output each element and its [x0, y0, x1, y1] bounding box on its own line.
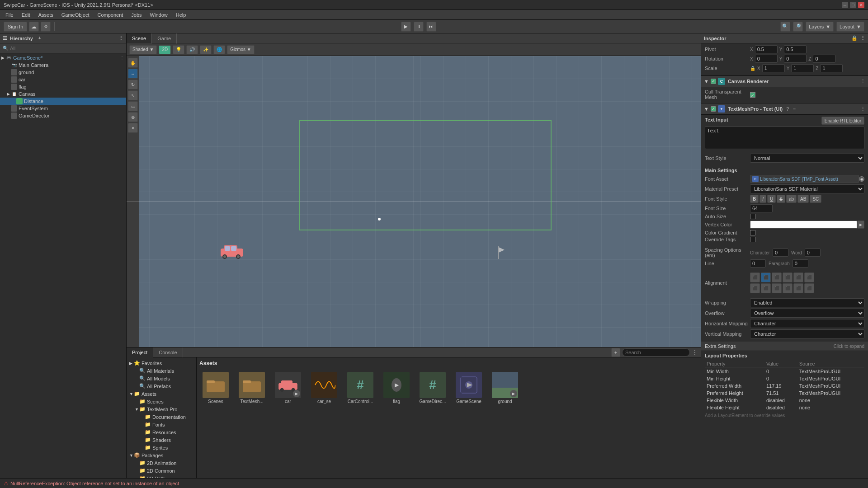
- scale-y-input[interactable]: [791, 64, 814, 72]
- tree-assets[interactable]: ▼ 📁 Assets: [127, 390, 196, 398]
- menu-jobs[interactable]: Jobs: [127, 11, 145, 19]
- tree-resources[interactable]: 📁 Resources: [127, 428, 196, 436]
- menu-component[interactable]: Component: [94, 11, 127, 19]
- asset-ground[interactable]: ▶ ground: [489, 370, 521, 406]
- para-spacing-input[interactable]: [793, 259, 808, 267]
- menu-window[interactable]: Window: [146, 11, 171, 19]
- fs-lower[interactable]: ab: [786, 195, 797, 203]
- tab-project[interactable]: Project: [127, 347, 153, 357]
- extra-settings-header[interactable]: Extra Settings Click to expand: [701, 342, 868, 351]
- hier-dots-gamescene[interactable]: ⋮: [118, 56, 126, 61]
- tool-transform[interactable]: ⊕: [128, 112, 138, 122]
- tree-all-models[interactable]: 🔍 All Models: [127, 375, 196, 382]
- scene-2d-btn[interactable]: 2D: [159, 45, 171, 54]
- align-topbot[interactable]: ⬛: [804, 272, 814, 282]
- tool-rotate[interactable]: ↻: [128, 80, 138, 89]
- hierarchy-dots[interactable]: ⋮: [118, 35, 123, 41]
- hier-item-car[interactable]: car: [0, 76, 126, 83]
- line-spacing-input[interactable]: [750, 259, 766, 267]
- font-size-input[interactable]: [750, 204, 773, 212]
- scale-z-input[interactable]: [820, 64, 843, 72]
- font-asset-field[interactable]: F LiberationSans SDF (TMP_Font Asset): [750, 175, 859, 183]
- asset-carcontrol[interactable]: # CarControl...: [344, 370, 377, 406]
- rotation-z-input[interactable]: [813, 55, 835, 63]
- tree-documentation[interactable]: 📁 Documentation: [127, 413, 196, 421]
- asset-scenes[interactable]: Scenes: [199, 370, 232, 406]
- overflow-dropdown[interactable]: Overflow Ellipsis Masking: [750, 309, 864, 318]
- tmp-opts[interactable]: ≡: [793, 106, 796, 112]
- word-spacing-input[interactable]: [805, 249, 821, 257]
- fs-italic[interactable]: I: [760, 195, 766, 203]
- scene-view[interactable]: ✋ ↔ ↻ ⤡ ▭ ⊕ ✦: [127, 56, 701, 347]
- hier-item-gamedirector[interactable]: GameDirector: [0, 112, 126, 119]
- fs-upper[interactable]: AB: [797, 195, 809, 203]
- tool-rect[interactable]: ▭: [128, 101, 138, 111]
- fs-underline[interactable]: U: [767, 195, 776, 203]
- search-icon[interactable]: 🔎: [793, 22, 803, 32]
- canvas-renderer-enabled[interactable]: ✓: [711, 79, 716, 84]
- color-gradient-checkbox[interactable]: [750, 230, 755, 235]
- align-midleft[interactable]: ⬛: [750, 283, 760, 293]
- enable-rtl-btn[interactable]: Enable RTL Editor: [821, 117, 864, 125]
- layers-dropdown[interactable]: Layers ▼: [806, 22, 834, 32]
- canvas-renderer-header[interactable]: ▼ ✓ C Canvas Renderer ⋮: [701, 76, 868, 87]
- hier-item-eventsystem[interactable]: EventSystem: [0, 105, 126, 112]
- align-topleft[interactable]: ⬛: [750, 272, 760, 282]
- asset-car[interactable]: ▶ car: [272, 370, 304, 406]
- asset-carse[interactable]: car_se: [308, 370, 340, 406]
- cloud-icon[interactable]: ☁: [29, 22, 39, 32]
- align-midright[interactable]: ⬛: [772, 283, 782, 293]
- close-btn[interactable]: ✕: [858, 2, 864, 8]
- hier-item-maincamera[interactable]: 📷 Main Camera: [0, 61, 126, 69]
- menu-assets[interactable]: Assets: [35, 11, 57, 19]
- sign-in-btn[interactable]: Sign In: [4, 22, 27, 32]
- wrapping-dropdown[interactable]: Enabled Disabled: [750, 298, 864, 307]
- pivot-x-input[interactable]: [755, 45, 778, 53]
- material-preset-dropdown[interactable]: LiberationSans SDF Material: [750, 184, 864, 193]
- tree-textmesh[interactable]: ▼ 📁 TextMesh Pro: [127, 405, 196, 413]
- rotation-y-input[interactable]: [784, 55, 807, 63]
- scene-fx-btn[interactable]: ✨: [200, 45, 212, 54]
- vert-map-dropdown[interactable]: Character: [750, 329, 864, 338]
- asset-gamescene[interactable]: GameScene: [453, 370, 485, 406]
- search-scene-icon[interactable]: 🔍: [780, 22, 790, 32]
- scene-light-btn[interactable]: 💡: [173, 45, 184, 54]
- char-spacing-input[interactable]: [773, 249, 788, 257]
- project-add-btn[interactable]: +: [611, 348, 620, 357]
- menu-edit[interactable]: Edit: [18, 11, 34, 19]
- scene-scene-btn[interactable]: 🌐: [213, 45, 225, 54]
- tab-game[interactable]: Game: [152, 33, 177, 43]
- auto-size-checkbox[interactable]: [750, 214, 755, 219]
- tree-2d-anim[interactable]: 📁 2D Animation: [127, 459, 196, 467]
- play-btn[interactable]: ▶: [401, 22, 411, 32]
- menu-help[interactable]: Help: [172, 11, 190, 19]
- vertex-color-picker[interactable]: ▶: [857, 221, 864, 229]
- text-textarea[interactable]: Text: [705, 127, 864, 149]
- hier-item-ground[interactable]: ground: [0, 69, 126, 76]
- tab-console[interactable]: Console: [153, 347, 183, 357]
- align-midtop[interactable]: ⬛: [783, 283, 793, 293]
- cull-mesh-checkbox[interactable]: ✓: [750, 92, 755, 98]
- minimize-btn[interactable]: ─: [842, 2, 848, 8]
- horiz-map-dropdown[interactable]: Character: [750, 319, 864, 328]
- inspector-lock[interactable]: 🔒: [851, 35, 858, 41]
- vertex-color-swatch[interactable]: [750, 221, 857, 229]
- menu-gameobject[interactable]: GameObject: [58, 11, 93, 19]
- scene-gizmos-btn[interactable]: Gizmos ▼: [227, 45, 255, 54]
- fs-bold[interactable]: B: [750, 195, 759, 203]
- asset-gamedirector[interactable]: # GameDirec...: [416, 370, 449, 406]
- pivot-y-input[interactable]: [784, 45, 807, 53]
- tmp-header[interactable]: ▼ ✓ T TextMeshPro - Text (UI) ? ≡ ⋮: [701, 103, 868, 115]
- align-topright[interactable]: ⬛: [772, 272, 782, 282]
- tree-2d-common[interactable]: 📁 2D Common: [127, 467, 196, 474]
- hierarchy-add[interactable]: +: [38, 36, 41, 41]
- tool-hand[interactable]: ✋: [128, 58, 138, 68]
- tmp-help[interactable]: ?: [786, 106, 789, 112]
- shading-dropdown[interactable]: Shaded ▼: [129, 45, 157, 54]
- tree-all-materials[interactable]: 🔍 All Materials: [127, 367, 196, 375]
- tree-all-prefabs[interactable]: 🔍 All Prefabs: [127, 382, 196, 390]
- override-tags-checkbox[interactable]: [750, 237, 755, 242]
- tree-fonts[interactable]: 📁 Fonts: [127, 421, 196, 428]
- tree-favorites[interactable]: ▶ ⭐ Favorites: [127, 359, 196, 367]
- hier-item-gamescene[interactable]: ▶ 🎮 GameScene* ⋮: [0, 54, 126, 61]
